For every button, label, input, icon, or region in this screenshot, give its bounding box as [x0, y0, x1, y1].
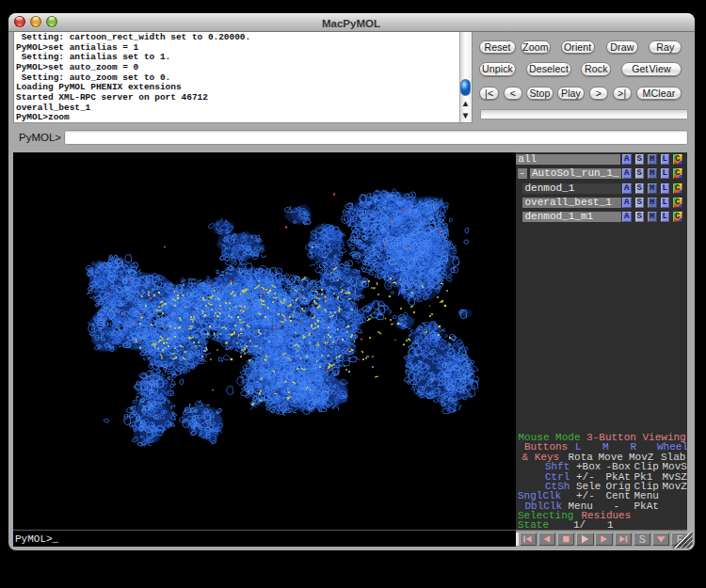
- svg-text:S: S: [638, 533, 645, 545]
